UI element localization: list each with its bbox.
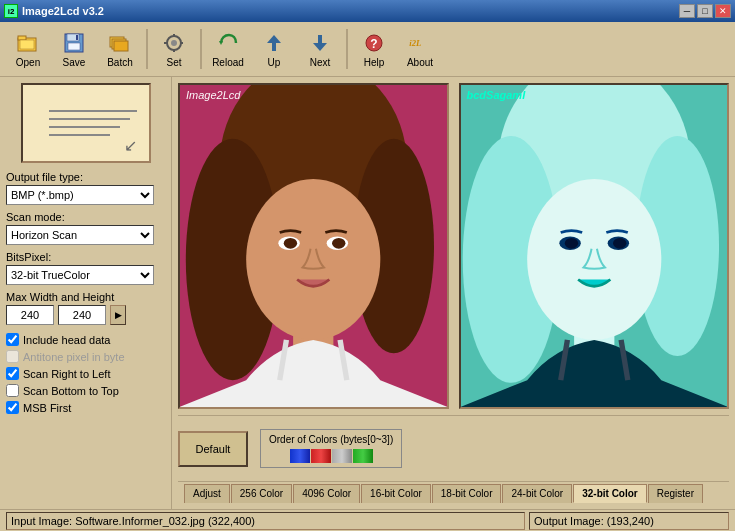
- tab-256color[interactable]: 256 Color: [231, 484, 292, 503]
- height-input[interactable]: [58, 305, 106, 325]
- next-button[interactable]: Next: [298, 25, 342, 73]
- minimize-button[interactable]: ─: [679, 4, 695, 18]
- output-file-type-label: Output file type:: [6, 171, 165, 183]
- color-order-title: Order of Colors (bytes[0~3]): [269, 434, 393, 445]
- input-image-container: Image2Lcd: [178, 83, 449, 409]
- tab-18bit[interactable]: 18-bit Color: [432, 484, 502, 503]
- tab-adjust[interactable]: Adjust: [184, 484, 230, 503]
- scan-bottom-top-checkbox[interactable]: [6, 384, 19, 397]
- save-button[interactable]: Save: [52, 25, 96, 73]
- left-panel: ↙ Output file type: BMP (*.bmp) Scan mod…: [0, 77, 172, 509]
- separator-3: [346, 29, 348, 69]
- color-bar-blue: [290, 449, 310, 463]
- svg-rect-15: [180, 42, 183, 44]
- svg-point-29: [246, 179, 380, 340]
- output-image-container: bcdSagamI: [459, 83, 730, 409]
- scan-right-left-item: Scan Right to Left: [6, 367, 165, 380]
- images-row: Image2Lcd: [178, 83, 729, 409]
- up-label: Up: [268, 57, 281, 68]
- status-bar: Input Image: Software.Informer_032.jpg (…: [0, 509, 735, 531]
- color-bar-gray: [332, 449, 352, 463]
- about-label: About: [407, 57, 433, 68]
- width-input[interactable]: [6, 305, 54, 325]
- next-icon: [308, 31, 332, 55]
- scan-mode-select[interactable]: Horizon Scan: [6, 225, 154, 245]
- about-icon: i2L: [408, 31, 432, 55]
- svg-rect-18: [272, 43, 276, 51]
- app-icon: i2: [4, 4, 18, 18]
- restore-button[interactable]: □: [697, 4, 713, 18]
- preview-box: ↙: [21, 83, 151, 163]
- main-container: ↙ Output file type: BMP (*.bmp) Scan mod…: [0, 77, 735, 509]
- include-head-data-item: Include head data: [6, 333, 165, 346]
- svg-point-33: [332, 238, 345, 249]
- svg-text:?: ?: [370, 37, 377, 51]
- output-file-type-select[interactable]: BMP (*.bmp): [6, 185, 154, 205]
- open-label: Open: [16, 57, 40, 68]
- bits-pixel-select[interactable]: 32-bit TrueColor: [6, 265, 154, 285]
- scan-mode-group: Scan mode: Horizon Scan: [6, 211, 165, 245]
- svg-point-32: [284, 238, 297, 249]
- color-bar-green: [353, 449, 373, 463]
- svg-rect-12: [173, 34, 175, 37]
- msb-first-checkbox[interactable]: [6, 401, 19, 414]
- save-icon: [62, 31, 86, 55]
- toolbar: Open Save Batch: [0, 22, 735, 77]
- color-order-box: Order of Colors (bytes[0~3]): [260, 429, 402, 468]
- window-title: Image2Lcd v3.2: [22, 5, 104, 17]
- default-button[interactable]: Default: [178, 431, 248, 467]
- save-label: Save: [63, 57, 86, 68]
- open-button[interactable]: Open: [6, 25, 50, 73]
- batch-button[interactable]: Batch: [98, 25, 142, 73]
- scan-bottom-top-label: Scan Bottom to Top: [23, 385, 119, 397]
- tab-register[interactable]: Register: [648, 484, 703, 503]
- include-head-data-checkbox[interactable]: [6, 333, 19, 346]
- scan-right-left-checkbox[interactable]: [6, 367, 19, 380]
- title-controls: ─ □ ✕: [679, 4, 731, 18]
- next-label: Next: [310, 57, 331, 68]
- scan-right-left-label: Scan Right to Left: [23, 368, 110, 380]
- up-button[interactable]: Up: [252, 25, 296, 73]
- tab-24bit[interactable]: 24-bit Color: [502, 484, 572, 503]
- help-label: Help: [364, 57, 385, 68]
- size-arrow-button[interactable]: ▶: [110, 305, 126, 325]
- svg-point-42: [564, 238, 577, 249]
- antitone-pixel-item: Antitone pixel in byte: [6, 350, 165, 363]
- svg-rect-14: [164, 42, 167, 44]
- open-icon: [16, 31, 40, 55]
- tab-16bit[interactable]: 16-bit Color: [361, 484, 431, 503]
- status-output-text: Output Image: (193,240): [534, 515, 654, 527]
- scan-mode-label: Scan mode:: [6, 211, 165, 223]
- status-input-image: Input Image: Software.Informer_032.jpg (…: [6, 512, 525, 530]
- status-input-text: Input Image: Software.Informer_032.jpg (…: [11, 515, 255, 527]
- output-file-type-group: Output file type: BMP (*.bmp): [6, 171, 165, 205]
- svg-point-11: [171, 40, 177, 46]
- separator-2: [200, 29, 202, 69]
- antitone-pixel-checkbox[interactable]: [6, 350, 19, 363]
- svg-text:i2L: i2L: [409, 38, 421, 48]
- svg-rect-5: [68, 43, 80, 50]
- set-label: Set: [166, 57, 181, 68]
- tab-32bit[interactable]: 32-bit Color: [573, 484, 647, 503]
- reload-button[interactable]: Reload: [206, 25, 250, 73]
- svg-marker-17: [267, 35, 281, 43]
- svg-rect-20: [318, 35, 322, 43]
- output-image-label: bcdSagamI: [467, 89, 526, 101]
- bits-pixel-label: BitsPixel:: [6, 251, 165, 263]
- max-size-label: Max Width and Height: [6, 291, 165, 303]
- set-button[interactable]: Set: [152, 25, 196, 73]
- batch-icon: [108, 31, 132, 55]
- bits-pixel-group: BitsPixel: 32-bit TrueColor: [6, 251, 165, 285]
- svg-rect-13: [173, 49, 175, 52]
- svg-rect-6: [76, 35, 78, 40]
- input-image-label: Image2Lcd: [186, 89, 240, 101]
- svg-marker-19: [313, 43, 327, 51]
- help-button[interactable]: ? Help: [352, 25, 396, 73]
- svg-rect-9: [114, 41, 128, 51]
- tab-4096color[interactable]: 4096 Color: [293, 484, 360, 503]
- title-bar: i2 Image2Lcd v3.2 ─ □ ✕: [0, 0, 735, 22]
- close-button[interactable]: ✕: [715, 4, 731, 18]
- about-button[interactable]: i2L About: [398, 25, 442, 73]
- scan-bottom-top-item: Scan Bottom to Top: [6, 384, 165, 397]
- title-bar-left: i2 Image2Lcd v3.2: [4, 4, 104, 18]
